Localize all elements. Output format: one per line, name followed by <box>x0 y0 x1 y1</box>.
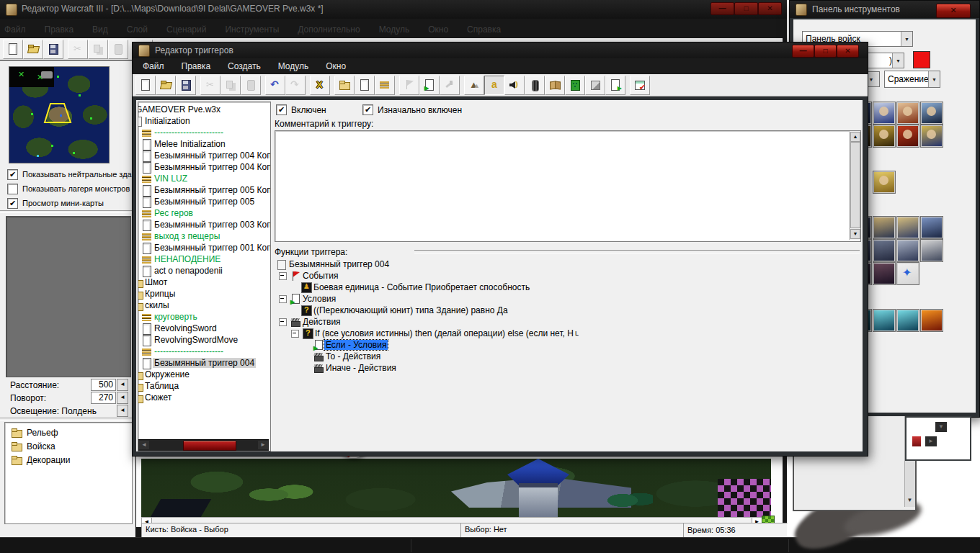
minimize-button[interactable]: — <box>710 2 734 15</box>
scroll-down-button[interactable]: ▼ <box>935 422 947 432</box>
trigger-comment-item[interactable]: НЕНАПОДЕНИЕ <box>141 253 270 265</box>
lava-spawn-icon[interactable] <box>920 309 943 332</box>
te-minimize-button[interactable]: — <box>792 45 814 58</box>
collapse-toggle[interactable] <box>279 272 287 280</box>
water-elemental-icon[interactable] <box>873 309 896 332</box>
ai-editor-button[interactable] <box>565 76 585 95</box>
trigger-comment-item[interactable]: выход з пещеры <box>141 230 270 242</box>
spin-arrow-button[interactable]: ◄ <box>117 379 128 391</box>
trigger-item[interactable]: Безымянный триггер 004 <box>141 357 270 369</box>
checkbox[interactable]: ✔ <box>7 169 18 180</box>
minimap[interactable]: ✕ ✕ <box>9 66 110 163</box>
trigger-comment-item[interactable]: ------------------------ <box>141 127 270 138</box>
menu-item-окно[interactable]: Окно <box>326 61 346 71</box>
paladin-icon[interactable] <box>873 171 896 194</box>
maximize-button[interactable]: □ <box>734 2 758 15</box>
trigger-list[interactable]: GAMEOVER Pve.w3xInitialization----------… <box>138 102 271 451</box>
function-node[interactable]: ((Переключающий юнит) типа Здание) равно… <box>300 305 860 316</box>
enable-trigger-button[interactable] <box>419 76 440 95</box>
trigger-category-item[interactable]: Сюжет <box>138 392 270 403</box>
menu-item-создать[interactable]: Создать <box>228 61 261 71</box>
initially-on-checkbox[interactable]: ✔ <box>362 104 373 115</box>
beastmaster-icon[interactable] <box>896 125 919 148</box>
collapse-toggle[interactable] <box>279 295 287 303</box>
trigger-item[interactable]: Безымянный триггер 004 Коп <box>141 150 270 161</box>
terrain[interactable] <box>141 459 771 517</box>
tinker-icon[interactable] <box>920 102 943 125</box>
object-manager-button[interactable] <box>585 76 605 95</box>
scroll-right-button[interactable]: ► <box>925 436 937 446</box>
save-button[interactable] <box>176 76 196 95</box>
spin-value[interactable]: 500 <box>91 379 116 391</box>
comment-textarea[interactable]: ▲ ▼ <box>275 130 861 242</box>
mountain-king-icon[interactable] <box>896 102 919 125</box>
checkbox[interactable]: ✔ <box>7 198 18 209</box>
trigger-item[interactable]: Безымянный триггер 004 Коп <box>141 161 270 173</box>
close-button[interactable]: ✕ <box>758 2 782 15</box>
trigger-comment-item[interactable]: ------------------------ <box>141 346 270 357</box>
trigger-item[interactable]: Безымянный триггер 001 Коп <box>141 242 270 253</box>
palette-folder-рельеф[interactable]: Рельеф <box>5 426 132 439</box>
trigger-comment-item[interactable]: Рес геров <box>141 207 270 219</box>
open-map-button[interactable] <box>23 40 43 59</box>
menu-item-правка[interactable]: Правка <box>182 61 211 71</box>
trigger-item[interactable]: Безымянный триггер 005 Коп <box>141 184 270 196</box>
trigger-item[interactable]: Initialization <box>138 115 270 127</box>
tiger-hero-icon[interactable] <box>873 125 896 148</box>
object-editor-button[interactable] <box>525 76 545 95</box>
trigger-item[interactable]: act o nenapodenii <box>141 265 270 276</box>
keep-icon[interactable] <box>896 216 919 239</box>
scroll-left-arrow[interactable]: ◄ <box>139 441 149 449</box>
checkbox[interactable] <box>7 184 18 194</box>
trigger-category-item[interactable]: Шмот <box>138 276 270 288</box>
palette-folder-декорации[interactable]: Декорации <box>5 453 132 467</box>
trigger-item[interactable]: RevolvingSword <box>141 323 270 334</box>
open-button[interactable] <box>156 76 176 95</box>
new-category-button[interactable] <box>334 76 355 95</box>
gryphon-aviary-icon[interactable] <box>896 239 919 262</box>
function-node[interactable]: If (все условия истинны) then (делай опе… <box>291 328 860 339</box>
function-node[interactable]: Условия <box>279 293 860 305</box>
collapse-toggle[interactable] <box>279 318 287 326</box>
trigger-item[interactable]: RevolvingSwordMove <box>141 334 270 346</box>
te-maximize-button[interactable]: □ <box>814 45 837 58</box>
new-map-button[interactable] <box>3 40 23 59</box>
water-elemental-icon[interactable] <box>896 309 919 332</box>
sound-editor-button[interactable] <box>504 76 525 95</box>
functions-tree[interactable]: Безымянный триггер 004СобытияБоевая един… <box>276 258 860 449</box>
new-comment-button[interactable] <box>375 76 395 95</box>
trigger-comment-item[interactable]: VIN LUZ <box>141 173 270 184</box>
comment-vscrollbar[interactable]: ▲ ▼ <box>849 131 860 240</box>
scroll-down-arrow[interactable]: ▼ <box>850 229 860 239</box>
trigger-comment-item[interactable]: круговерть <box>141 311 270 323</box>
collapse-toggle[interactable] <box>291 330 299 338</box>
archmage-icon[interactable] <box>873 102 896 125</box>
trigger-editor-button[interactable] <box>484 76 504 95</box>
trigger-item[interactable]: Безымянный триггер 003 Коп <box>141 219 270 230</box>
new-trigger-button[interactable] <box>355 76 375 95</box>
function-node[interactable]: То - Действия <box>313 351 860 362</box>
town-hall-icon[interactable] <box>873 216 896 239</box>
scroll-up-arrow[interactable]: ▲ <box>850 132 860 142</box>
castle-icon[interactable] <box>920 216 943 239</box>
scroll-thumb[interactable] <box>850 142 860 228</box>
import-manager-button[interactable] <box>605 76 625 95</box>
delete-button[interactable] <box>310 76 330 95</box>
spin-arrow-button[interactable]: ◄ <box>117 405 128 417</box>
save-map-button[interactable] <box>43 40 63 59</box>
trigger-list-hscrollbar[interactable]: ◄ ► <box>138 439 269 451</box>
trigger-category-item[interactable]: Таблица <box>138 380 270 392</box>
function-node[interactable]: Иначе - Действия <box>313 362 860 374</box>
arcane-vault-icon[interactable] <box>873 262 896 285</box>
undo-button[interactable] <box>265 76 285 95</box>
trigger-item[interactable]: Безымянный триггер 005 <box>141 196 270 207</box>
scroll-down-arrow[interactable]: ▼ <box>906 497 914 505</box>
scout-tower-icon[interactable] <box>920 239 943 262</box>
spin-value[interactable]: 270 <box>91 392 116 404</box>
trigger-item[interactable]: GAMEOVER Pve.w3x <box>138 104 270 115</box>
trigger-item[interactable]: Melee Initialization <box>141 138 270 150</box>
campaign-editor-button[interactable] <box>545 76 565 95</box>
trigger-category-item[interactable]: скилы <box>138 300 270 311</box>
menu-item-модуль[interactable]: Модуль <box>278 61 309 71</box>
te-close-button[interactable]: ✕ <box>837 45 859 58</box>
